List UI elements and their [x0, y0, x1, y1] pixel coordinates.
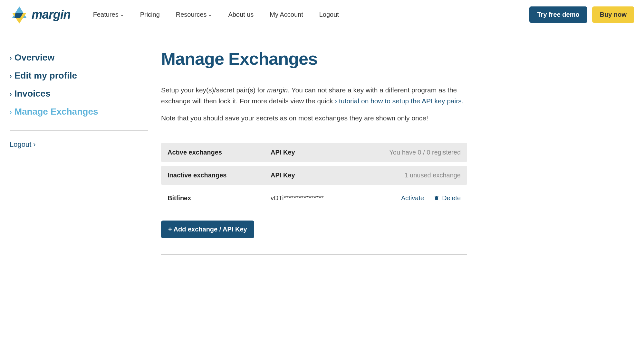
nav-account[interactable]: My Account [270, 11, 303, 18]
activate-link[interactable]: Activate [401, 194, 424, 202]
nav-features-label: Features [93, 11, 119, 18]
try-demo-button[interactable]: Try free demo [529, 6, 587, 23]
intro-brand-em: margin [267, 86, 288, 94]
delete-link[interactable]: Delete [434, 194, 461, 202]
sidebar-edit-profile-label: Edit my profile [14, 71, 77, 81]
inactive-status-text: 1 unused exchange [404, 172, 461, 179]
nav-pricing[interactable]: Pricing [140, 11, 160, 18]
logo[interactable]: margin [10, 5, 71, 24]
nav-account-label: My Account [270, 11, 303, 18]
sidebar-divider [10, 130, 148, 131]
tutorial-chevron: › [335, 97, 337, 105]
exchange-actions: Activate Delete [401, 194, 461, 202]
active-header-label: Active exchanges [168, 149, 271, 156]
chevron-down-icon: ⌄ [208, 12, 212, 17]
nav-logout-label: Logout [319, 11, 339, 18]
sidebar-manage-exchanges-label: Manage Exchanges [14, 107, 98, 117]
logo-text: margin [32, 8, 71, 22]
tutorial-link[interactable]: › tutorial on how to setup the API key p… [335, 97, 463, 105]
exchange-name: Bitfinex [168, 194, 271, 202]
sidebar-logout-label: Logout [10, 140, 31, 149]
intro-paragraph: Setup your key(s)/secret pair(s) for mar… [161, 85, 467, 106]
sidebar-item-invoices[interactable]: › Invoices [10, 85, 148, 103]
sidebar-item-manage-exchanges[interactable]: › Manage Exchanges [10, 103, 148, 121]
nav-logout[interactable]: Logout [319, 11, 339, 18]
inactive-header-label: Inactive exchanges [168, 172, 271, 179]
sidebar-logout[interactable]: Logout › [10, 140, 148, 149]
inactive-exchanges-header: Inactive exchanges API Key 1 unused exch… [161, 166, 467, 185]
inactive-apikey-label: API Key [271, 172, 404, 179]
bottom-divider [161, 254, 467, 255]
nav-about-label: About us [228, 11, 254, 18]
sidebar-item-overview[interactable]: › Overview [10, 49, 148, 67]
exchange-row: Bitfinex vDTi**************** Activate D… [161, 189, 467, 208]
sidebar: › Overview › Edit my profile › Invoices … [10, 49, 148, 255]
logo-icon [10, 5, 29, 24]
delete-label: Delete [442, 194, 461, 202]
main-nav: Features ⌄ Pricing Resources ⌄ About us … [93, 11, 517, 18]
tutorial-link-text: tutorial on how to setup the API key pai… [339, 97, 463, 105]
note-paragraph: Note that you should save your secrets a… [161, 113, 467, 124]
intro-text-a: Setup your key(s)/secret pair(s) for [161, 86, 267, 94]
buy-now-button[interactable]: Buy now [592, 6, 634, 23]
nav-features[interactable]: Features ⌄ [93, 11, 124, 18]
sidebar-overview-label: Overview [14, 52, 55, 63]
active-exchanges-header: Active exchanges API Key You have 0 / 0 … [161, 143, 467, 162]
sidebar-item-edit-profile[interactable]: › Edit my profile [10, 67, 148, 85]
main-content: Manage Exchanges Setup your key(s)/secre… [161, 49, 467, 255]
caret-icon: › [33, 140, 35, 149]
sidebar-invoices-label: Invoices [14, 89, 51, 99]
header-buttons: Try free demo Buy now [529, 6, 634, 23]
page-title: Manage Exchanges [161, 49, 467, 69]
page-container: › Overview › Edit my profile › Invoices … [0, 29, 619, 274]
activate-label: Activate [401, 194, 424, 202]
nav-about[interactable]: About us [228, 11, 254, 18]
nav-resources[interactable]: Resources ⌄ [176, 11, 212, 18]
caret-icon: › [10, 54, 12, 61]
trash-icon [434, 195, 439, 201]
nav-resources-label: Resources [176, 11, 207, 18]
nav-pricing-label: Pricing [140, 11, 160, 18]
active-status-text: You have 0 / 0 registered [389, 149, 461, 156]
caret-icon: › [10, 90, 12, 98]
add-exchange-button[interactable]: + Add exchange / API Key [161, 221, 254, 238]
chevron-down-icon: ⌄ [120, 12, 124, 17]
caret-icon: › [10, 72, 12, 80]
header: margin Features ⌄ Pricing Resources ⌄ Ab… [0, 0, 644, 29]
exchange-apikey: vDTi**************** [271, 194, 401, 202]
active-apikey-label: API Key [271, 149, 389, 156]
caret-icon: › [10, 108, 12, 116]
